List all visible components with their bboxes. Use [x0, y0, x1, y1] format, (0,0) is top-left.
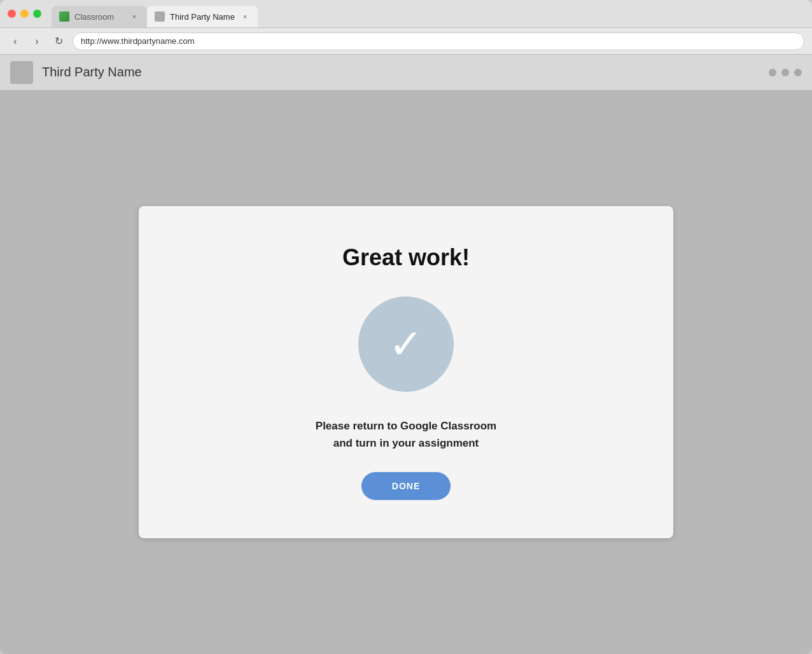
header-dot-2: [781, 69, 789, 76]
thirdparty-tab-label: Third Party Name: [170, 12, 235, 22]
thirdparty-tab-close[interactable]: ×: [240, 11, 250, 22]
browser-window: Classroom × Third Party Name × ‹ › ↻ Thi…: [0, 0, 812, 654]
browser-content: Great work! ✓ Please return to Google Cl…: [0, 90, 812, 654]
app-header: Third Party Name: [0, 55, 812, 90]
classroom-tab-close[interactable]: ×: [129, 11, 139, 22]
address-bar: ‹ › ↻: [0, 28, 812, 55]
maximize-traffic-light[interactable]: [33, 10, 41, 18]
success-message-line2: and turn in your assignment: [333, 437, 479, 449]
title-bar: Classroom × Third Party Name ×: [0, 0, 812, 28]
classroom-tab-label: Classroom: [74, 12, 124, 22]
url-input[interactable]: [73, 32, 804, 50]
app-logo-icon: [10, 61, 33, 84]
minimize-traffic-light[interactable]: [20, 10, 29, 18]
success-title: Great work!: [342, 244, 470, 271]
success-card: Great work! ✓ Please return to Google Cl…: [139, 206, 673, 538]
tabs-container: Classroom × Third Party Name ×: [52, 0, 804, 27]
success-message-line1: Please return to Google Classroom: [316, 420, 496, 432]
classroom-favicon-icon: [59, 11, 69, 22]
app-header-title: Third Party Name: [42, 65, 142, 80]
header-dot-1: [769, 69, 776, 76]
traffic-lights: [8, 10, 41, 18]
checkmark-circle: ✓: [358, 296, 454, 392]
app-header-dots: [769, 69, 802, 76]
thirdparty-favicon-icon: [155, 11, 165, 22]
thirdparty-tab[interactable]: Third Party Name ×: [147, 6, 258, 27]
reload-button[interactable]: ↻: [51, 34, 66, 49]
header-dot-3: [794, 69, 802, 76]
checkmark-icon: ✓: [389, 324, 423, 365]
close-traffic-light[interactable]: [8, 10, 16, 18]
done-button[interactable]: DONE: [361, 472, 451, 500]
success-message: Please return to Google Classroom and tu…: [316, 417, 496, 452]
back-button[interactable]: ‹: [8, 34, 23, 49]
classroom-tab[interactable]: Classroom ×: [52, 6, 147, 27]
forward-button[interactable]: ›: [29, 34, 45, 49]
